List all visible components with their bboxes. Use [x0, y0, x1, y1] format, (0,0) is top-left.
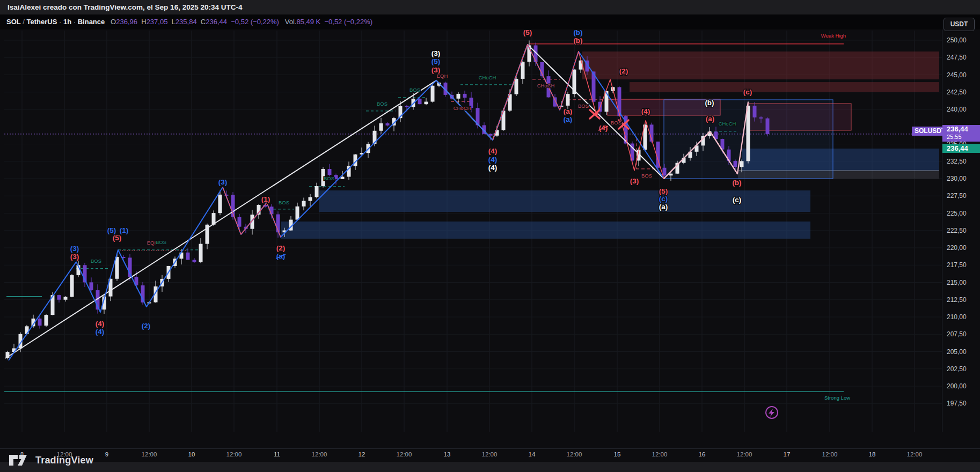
- tradingview-brand[interactable]: TradingView: [9, 449, 93, 471]
- wave-label: (b): [705, 99, 714, 107]
- wave-label: (5): [523, 30, 532, 36]
- candle-body: [90, 282, 93, 290]
- price-tick-label: 222,50: [947, 227, 967, 234]
- structure-label: BOS: [279, 200, 289, 205]
- symbol-info-item: Binance: [78, 18, 105, 26]
- structure-label: BOS: [578, 103, 589, 109]
- candle-body: [186, 253, 190, 260]
- symbol-info-item: SOL: [6, 18, 21, 26]
- wave-label: (5): [113, 234, 122, 242]
- candle-body: [302, 201, 306, 206]
- wave-label: (1): [120, 226, 129, 234]
- wave-label: (4): [599, 124, 608, 132]
- candle-body: [669, 174, 673, 176]
- brand-wordmark: TradingView: [35, 455, 93, 466]
- structure-label: BOS: [641, 173, 652, 179]
- symbol-info-item: O: [105, 18, 116, 26]
- candle-body: [766, 119, 770, 134]
- candle-body: [663, 168, 667, 175]
- symbol-info-item: −0,52 (−0,22%): [320, 18, 372, 26]
- time-tick-label: 11: [274, 451, 280, 458]
- wave-label: (5): [432, 57, 441, 65]
- wave-label: (4): [488, 156, 498, 164]
- candle-body: [64, 297, 68, 299]
- candle-body: [57, 295, 61, 300]
- wave-label: (c): [733, 196, 742, 204]
- chart-canvas[interactable]: (3)(3)BOS(5)(1)(5)(4)(4)(2)EQHBOS(3)(1)(…: [0, 30, 980, 432]
- candle-body: [341, 177, 345, 179]
- symbol-info-item: Vol.: [279, 18, 297, 26]
- wave-label: (3): [432, 49, 441, 57]
- structure-label: BOS: [324, 175, 334, 181]
- candle-body: [70, 275, 74, 297]
- tradingview-logo: [9, 453, 31, 467]
- red-box-right: [749, 104, 851, 130]
- wave-label: (a): [659, 203, 668, 211]
- wave-label: (3): [70, 245, 79, 253]
- structure-label: BOS: [91, 258, 101, 264]
- countdown-price-badge[interactable]: 236,44 25:55: [942, 125, 980, 142]
- candle-body: [386, 123, 390, 126]
- wave-label: (4): [641, 107, 650, 115]
- lightning-icon[interactable]: [769, 409, 774, 417]
- candle-body: [218, 195, 222, 213]
- last-price-badge[interactable]: 236,44: [942, 144, 980, 153]
- currency-toggle-button[interactable]: USDT: [944, 18, 975, 31]
- price-tick-label: 205,00: [947, 348, 967, 356]
- wave-label: (4): [488, 164, 498, 172]
- tradingview-chart-window: IsaiAlexei creado con TradingView.com, e…: [0, 0, 980, 472]
- wave-label: (3): [70, 253, 79, 261]
- symbol-info-item: 236,96: [116, 18, 137, 26]
- structure-label: CHoCH: [479, 75, 496, 80]
- structure-label: BOS: [409, 87, 420, 93]
- candle-body: [379, 123, 383, 131]
- time-tick-label: 12: [359, 451, 365, 458]
- structure-label: Weak High: [821, 33, 846, 39]
- candle-body: [238, 217, 242, 227]
- price-tick-label: 202,50: [947, 365, 967, 373]
- wave-label: (3): [218, 178, 228, 186]
- time-tick-label: 17: [784, 451, 791, 458]
- wave-label: (1): [261, 195, 270, 203]
- symbol-info-item: 1h: [63, 18, 71, 26]
- wave-label: (2): [619, 67, 628, 75]
- time-tick-label: 10: [188, 451, 195, 458]
- wave-label: (2): [276, 244, 286, 252]
- wave-label: (3): [630, 177, 639, 185]
- candle-body: [25, 326, 29, 334]
- symbol-info-item: −0,52 (−0,22%): [227, 18, 279, 26]
- candle-body: [315, 186, 319, 197]
- symbol-info-item: TetherUS: [27, 18, 57, 26]
- candle-body: [515, 79, 518, 94]
- wave-label: (5): [107, 226, 116, 234]
- symbol-info-bar[interactable]: SOL / TetherUS · 1h · Binance O236,96 H2…: [0, 14, 980, 30]
- symbol-info-item: C: [197, 18, 206, 26]
- attribution-bar: IsaiAlexei creado con TradingView.com, e…: [0, 0, 980, 14]
- wave-label: (b): [732, 179, 741, 187]
- structure-label: EQH: [437, 73, 448, 79]
- wave-label: (4): [488, 147, 498, 155]
- time-tick-label: 12:00: [142, 451, 157, 458]
- wave-label: (a): [564, 107, 573, 115]
- price-tick-label: 240,00: [947, 106, 967, 113]
- candle-body: [521, 62, 525, 79]
- time-tick-label: 12:00: [822, 451, 838, 458]
- price-tick-label: 220,00: [947, 244, 967, 252]
- time-tick-label: 12:00: [737, 451, 752, 458]
- time-tick-label: 12:00: [312, 451, 327, 458]
- candle-body: [328, 169, 332, 175]
- symbol-info-item: 235,84: [175, 18, 197, 26]
- price-tick-label: 212,50: [947, 296, 967, 304]
- candle-body: [45, 315, 48, 326]
- wave-label: (a): [564, 115, 573, 123]
- wave-label: (c): [659, 195, 668, 203]
- price-tick-label: 232,50: [947, 158, 967, 165]
- candle-body: [463, 94, 467, 98]
- time-tick-label: 9: [105, 451, 108, 458]
- candle-body: [296, 206, 299, 220]
- candle-body: [734, 161, 737, 167]
- time-tick-label: 16: [699, 451, 706, 458]
- structure-label: CHoCH: [719, 121, 736, 127]
- candle-body: [418, 99, 422, 104]
- time-tick-label: 12:00: [907, 451, 923, 458]
